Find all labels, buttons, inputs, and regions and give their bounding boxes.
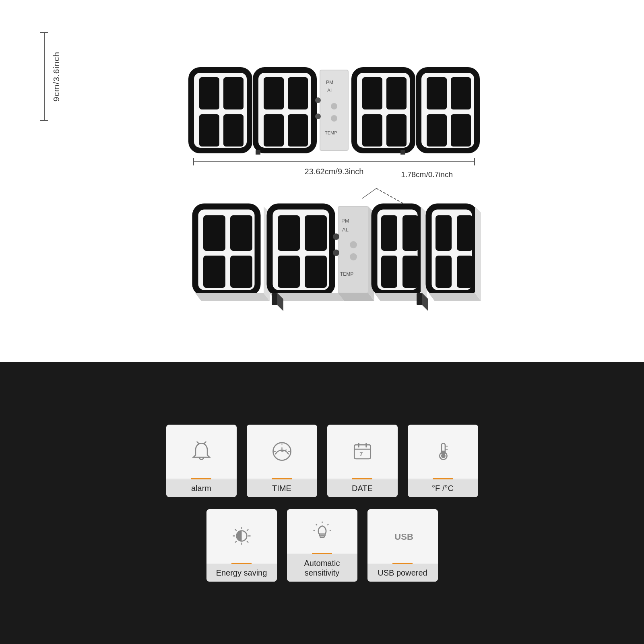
time-icon-area <box>247 425 317 478</box>
width-bracket <box>193 158 475 165</box>
height-bracket <box>40 32 48 121</box>
svg-line-96 <box>247 529 248 531</box>
usb-icon-area: USB <box>367 509 438 563</box>
date-icon-area: 7 <box>327 425 398 478</box>
svg-rect-68 <box>457 256 473 288</box>
svg-rect-60 <box>381 256 397 288</box>
svg-rect-24 <box>427 77 447 109</box>
svg-rect-72 <box>417 293 422 305</box>
svg-rect-2 <box>223 77 244 109</box>
depth-text: 1.78cm/0.7inch <box>401 170 453 179</box>
features-row-2: Energy saving Automatic sensitivity <box>206 509 438 582</box>
svg-point-51 <box>350 253 357 260</box>
svg-rect-59 <box>402 215 419 251</box>
lightbulb-icon <box>311 520 333 542</box>
svg-rect-28 <box>256 150 260 155</box>
svg-point-16 <box>315 97 321 103</box>
bottom-section: alarm TIME <box>0 362 644 644</box>
svg-rect-1 <box>199 77 219 109</box>
svg-text:7: 7 <box>359 451 363 457</box>
svg-text:TEMP: TEMP <box>340 271 353 277</box>
svg-marker-53 <box>338 293 374 301</box>
svg-rect-35 <box>230 215 252 251</box>
depth-label: 1.78cm/0.7inch <box>401 170 453 179</box>
svg-rect-42 <box>305 215 327 251</box>
svg-rect-21 <box>362 114 382 147</box>
bell-icon <box>190 440 213 462</box>
svg-rect-10 <box>320 70 348 151</box>
svg-rect-4 <box>223 114 244 147</box>
svg-rect-27 <box>451 114 471 147</box>
svg-rect-41 <box>278 215 300 251</box>
svg-text:USB: USB <box>394 532 413 542</box>
feature-card-usb: USB USB powered <box>367 509 438 582</box>
svg-rect-29 <box>400 150 405 155</box>
svg-line-102 <box>235 529 237 531</box>
usb-label: USB powered <box>367 564 438 582</box>
svg-rect-65 <box>436 215 452 251</box>
svg-rect-3 <box>199 114 219 147</box>
svg-point-13 <box>331 103 337 109</box>
svg-rect-71 <box>272 293 277 305</box>
svg-marker-69 <box>429 293 481 301</box>
clock-icon <box>271 440 293 462</box>
svg-text:AL: AL <box>342 227 349 233</box>
time-label: TIME <box>247 479 317 497</box>
svg-rect-37 <box>230 256 252 288</box>
width-label: 23.62cm/9.3inch <box>305 167 364 176</box>
alarm-label: alarm <box>166 479 237 497</box>
date-label: DATE <box>327 479 398 497</box>
feature-card-alarm: alarm <box>166 425 237 497</box>
svg-text:PM: PM <box>326 80 333 85</box>
svg-rect-104 <box>320 536 324 537</box>
svg-rect-19 <box>362 77 382 109</box>
svg-line-107 <box>316 524 317 525</box>
svg-line-31 <box>362 188 376 198</box>
svg-rect-34 <box>203 215 225 251</box>
svg-rect-44 <box>305 256 327 288</box>
svg-rect-26 <box>427 114 447 147</box>
feature-card-energy: Energy saving <box>206 509 277 582</box>
svg-text:TEMP: TEMP <box>325 130 337 135</box>
auto-sensitivity-icon-area <box>287 509 357 553</box>
svg-point-17 <box>315 114 321 119</box>
svg-rect-9 <box>288 114 308 147</box>
bottom-diagram-area: 1.78cm/0.7inch <box>183 182 485 313</box>
svg-text:PM: PM <box>341 218 349 224</box>
auto-sensitivity-label: Automatic sensitivity <box>287 554 357 582</box>
calendar-icon: 7 <box>351 440 374 462</box>
svg-rect-66 <box>457 215 473 251</box>
svg-line-76 <box>204 442 206 444</box>
svg-point-91 <box>441 454 445 458</box>
svg-point-55 <box>333 233 339 240</box>
svg-marker-38 <box>195 293 270 301</box>
svg-line-98 <box>247 541 248 543</box>
feature-card-temperature: °F /°C <box>408 425 478 497</box>
feature-card-date: 7 DATE <box>327 425 398 497</box>
energy-label: Energy saving <box>206 564 277 582</box>
energy-icon <box>231 525 253 547</box>
height-label: 9cm/3.6inch <box>52 52 61 101</box>
temperature-label: °F /°C <box>408 479 478 497</box>
clock-3d-svg: PM AL TEMP <box>183 182 485 311</box>
svg-line-75 <box>197 442 198 444</box>
thermometer-icon <box>432 440 454 462</box>
alarm-icon-area <box>166 425 237 478</box>
feature-card-auto-sensitivity: Automatic sensitivity <box>287 509 357 582</box>
svg-rect-22 <box>386 114 407 147</box>
clock-top-svg: PM AL TEMP <box>183 62 485 155</box>
svg-point-56 <box>333 250 339 256</box>
svg-point-14 <box>331 115 337 122</box>
temp-icon-area <box>408 425 478 478</box>
top-section: 9cm/3.6inch PM AL TEMP <box>0 0 644 362</box>
svg-marker-70 <box>475 206 481 301</box>
svg-rect-43 <box>278 256 300 288</box>
svg-rect-58 <box>381 215 397 251</box>
svg-rect-20 <box>386 77 407 109</box>
svg-rect-67 <box>436 256 452 288</box>
svg-text:AL: AL <box>327 88 333 93</box>
features-row-1: alarm TIME <box>166 425 478 497</box>
svg-rect-36 <box>203 256 225 288</box>
svg-line-100 <box>235 541 237 543</box>
energy-icon-area <box>206 509 277 563</box>
